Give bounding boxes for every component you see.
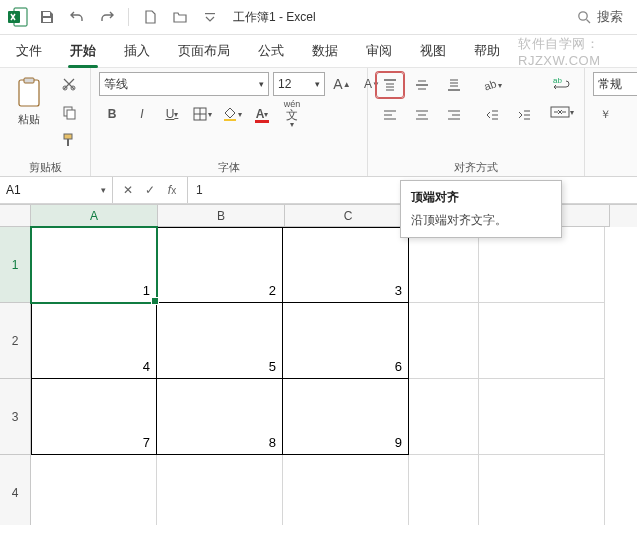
cell-A1[interactable]: 1: [31, 227, 157, 303]
cell-D3[interactable]: [409, 379, 479, 455]
col-header-A[interactable]: A: [31, 205, 158, 227]
align-right-button[interactable]: [440, 102, 468, 128]
svg-text:ab: ab: [482, 77, 498, 92]
font-name-value: 等线: [104, 76, 128, 93]
confirm-edit-icon[interactable]: ✓: [141, 181, 159, 199]
cell-E4[interactable]: [479, 455, 605, 525]
cell-A2[interactable]: 4: [31, 303, 157, 379]
col-header-C[interactable]: C: [285, 205, 412, 227]
svg-line-4: [587, 20, 591, 24]
col-header-B[interactable]: B: [158, 205, 285, 227]
save-icon[interactable]: [34, 4, 60, 30]
undo-icon[interactable]: [64, 4, 90, 30]
row-2: 2 4 5 6: [0, 303, 637, 379]
accounting-format-icon[interactable]: ￥: [593, 102, 619, 126]
tab-insert[interactable]: 插入: [114, 36, 160, 66]
align-center-button[interactable]: [408, 102, 436, 128]
decrease-indent-button[interactable]: [478, 102, 506, 128]
tab-formula[interactable]: 公式: [248, 36, 294, 66]
copy-icon[interactable]: [56, 100, 82, 124]
cell-A3[interactable]: 7: [31, 379, 157, 455]
phonetic-icon[interactable]: wén文▾: [279, 102, 305, 126]
align-left-button[interactable]: [376, 102, 404, 128]
excel-app-icon: [6, 5, 30, 29]
cut-icon[interactable]: [56, 72, 82, 96]
row-header-4[interactable]: 4: [0, 455, 31, 525]
tab-help[interactable]: 帮助: [464, 36, 510, 66]
cell-B1[interactable]: 2: [157, 227, 283, 303]
tab-review[interactable]: 审阅: [356, 36, 402, 66]
svg-rect-6: [24, 78, 34, 83]
merge-center-button[interactable]: ▾: [548, 100, 576, 124]
tab-layout[interactable]: 页面布局: [168, 36, 240, 66]
fill-handle[interactable]: [151, 297, 159, 305]
svg-rect-11: [64, 134, 72, 139]
svg-point-3: [579, 12, 587, 20]
ribbon-group-alignment: ab▾ ab ▾: [368, 68, 585, 176]
paste-label: 粘贴: [18, 112, 40, 127]
tab-view[interactable]: 视图: [410, 36, 456, 66]
cancel-edit-icon[interactable]: ✕: [119, 181, 137, 199]
cell-A4[interactable]: [31, 455, 157, 525]
align-middle-button[interactable]: [408, 72, 436, 98]
tooltip-body: 沿顶端对齐文字。: [411, 212, 551, 229]
cell-C1[interactable]: 3: [283, 227, 409, 303]
ribbon-group-font: 等线 ▾ 12 ▾ A▲ A▼ B I U ▾ ▾: [91, 68, 368, 176]
align-top-button[interactable]: [376, 72, 404, 98]
ribbon-group-number: 常规 ￥: [585, 68, 637, 176]
tab-file[interactable]: 文件: [6, 36, 52, 66]
cell-B3[interactable]: 8: [157, 379, 283, 455]
tooltip-top-align: 顶端对齐 沿顶端对齐文字。: [400, 180, 562, 238]
fx-icon[interactable]: fx: [163, 181, 181, 199]
cell-D2[interactable]: [409, 303, 479, 379]
wrap-text-button[interactable]: ab: [548, 72, 576, 96]
align-bottom-button[interactable]: [440, 72, 468, 98]
tab-data[interactable]: 数据: [302, 36, 348, 66]
cell-D4[interactable]: [409, 455, 479, 525]
italic-icon[interactable]: I: [129, 102, 155, 126]
select-all-corner[interactable]: [0, 205, 31, 227]
svg-rect-16: [224, 119, 236, 121]
orientation-button[interactable]: ab▾: [478, 72, 506, 98]
bold-icon[interactable]: B: [99, 102, 125, 126]
svg-rect-2: [205, 13, 215, 14]
row-header-2[interactable]: 2: [0, 303, 31, 379]
cell-C4[interactable]: [283, 455, 409, 525]
search-placeholder: 搜索: [597, 8, 623, 26]
cell-B4[interactable]: [157, 455, 283, 525]
svg-rect-10: [67, 110, 75, 119]
tab-home[interactable]: 开始: [60, 36, 106, 66]
window-title: 工作簿1 - Excel: [233, 9, 316, 26]
cell-E2[interactable]: [479, 303, 605, 379]
increase-indent-button[interactable]: [510, 102, 538, 128]
cell-C2[interactable]: 6: [283, 303, 409, 379]
search-box[interactable]: 搜索: [569, 4, 631, 30]
svg-rect-12: [67, 139, 69, 146]
row-header-3[interactable]: 3: [0, 379, 31, 455]
increase-font-icon[interactable]: A▲: [329, 72, 355, 96]
cell-E1[interactable]: [479, 227, 605, 303]
svg-rect-5: [19, 80, 39, 106]
borders-icon[interactable]: ▾: [189, 102, 215, 126]
cell-C3[interactable]: 9: [283, 379, 409, 455]
qat-more-icon[interactable]: [197, 4, 223, 30]
cell-D1[interactable]: [409, 227, 479, 303]
cell-E3[interactable]: [479, 379, 605, 455]
font-color-icon[interactable]: A ▾: [249, 102, 275, 126]
open-file-icon[interactable]: [167, 4, 193, 30]
row-3: 3 7 8 9: [0, 379, 637, 455]
name-box[interactable]: A1 ▾: [0, 177, 113, 203]
paste-button[interactable]: 粘贴: [8, 72, 50, 127]
format-painter-icon[interactable]: [56, 128, 82, 152]
number-format-combo[interactable]: 常规: [593, 72, 637, 96]
font-size-combo[interactable]: 12 ▾: [273, 72, 325, 96]
underline-icon[interactable]: U ▾: [159, 102, 185, 126]
font-name-combo[interactable]: 等线 ▾: [99, 72, 269, 96]
name-box-value: A1: [6, 183, 21, 197]
new-file-icon[interactable]: [137, 4, 163, 30]
fill-color-icon[interactable]: ▾: [219, 102, 245, 126]
svg-text:￥: ￥: [600, 108, 611, 120]
row-header-1[interactable]: 1: [0, 227, 31, 303]
cell-B2[interactable]: 5: [157, 303, 283, 379]
redo-icon[interactable]: [94, 4, 120, 30]
